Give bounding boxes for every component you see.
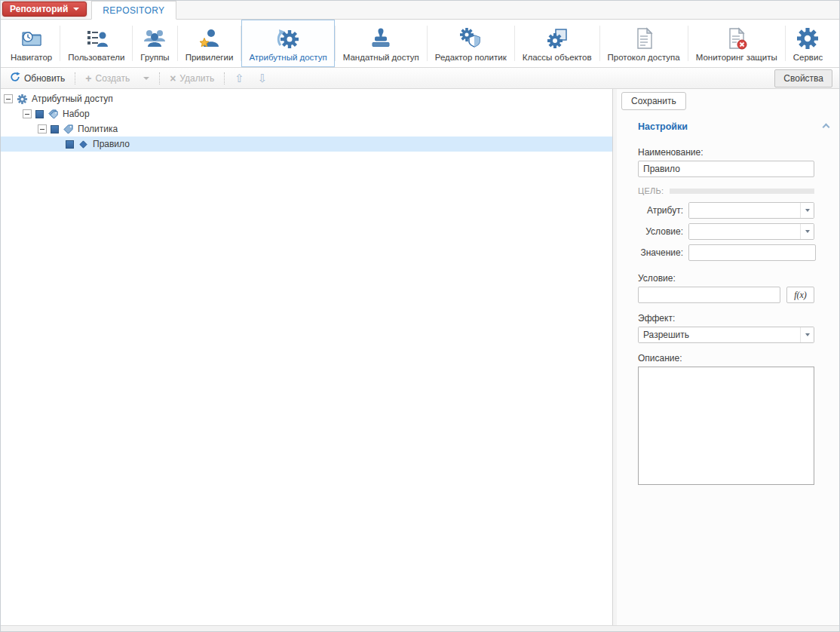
condition-expression-field[interactable]	[638, 287, 780, 303]
ribbon-item-label: Навигатор	[11, 53, 52, 62]
target-label: ЦЕЛЬ:	[638, 186, 664, 195]
users-icon	[84, 26, 109, 51]
object-classes-icon	[545, 26, 569, 51]
value-row: Значение:	[638, 244, 814, 261]
tree-node-policy[interactable]: Политика	[1, 121, 612, 137]
fx-button[interactable]: f(x)	[786, 287, 814, 303]
ribbon-item-attribute-access[interactable]: Атрибутный доступ	[241, 20, 334, 67]
ribbon-item-protection-monitoring[interactable]: Мониторинг защиты	[688, 20, 785, 67]
access-protocol-icon	[632, 26, 656, 51]
ribbon-item-label: Атрибутный доступ	[249, 53, 326, 62]
ribbon-item-users[interactable]: Пользователи	[60, 20, 132, 67]
move-down-button[interactable]: ⇩	[252, 69, 274, 87]
create-button[interactable]: + Создать	[79, 70, 136, 87]
condition-select-row: Условие:	[638, 223, 814, 240]
ribbon-item-navigator[interactable]: Навигатор	[3, 20, 60, 67]
name-field[interactable]	[638, 161, 814, 177]
condition-combo-input[interactable]	[689, 224, 800, 239]
tree-node-label: Атрибутный доступ	[32, 94, 113, 104]
collapse-chevron-icon[interactable]	[823, 123, 830, 130]
plus-icon: +	[85, 73, 91, 84]
attribute-row: Атрибут:	[638, 202, 814, 219]
arrow-down-icon: ⇩	[258, 72, 268, 84]
effect-label: Эффект:	[638, 313, 814, 324]
combo-trigger[interactable]	[800, 224, 814, 239]
ribbon-item-label: Сервис	[793, 53, 823, 62]
toolbar-separator	[75, 72, 75, 84]
move-up-button[interactable]: ⇧	[228, 69, 250, 87]
value-field[interactable]	[688, 244, 816, 261]
ribbon-item-object-classes[interactable]: Классы объектов	[515, 20, 599, 67]
chevron-down-icon	[73, 8, 79, 11]
repository-menu-label: Репозиторий	[10, 4, 68, 14]
repository-menu-button[interactable]: Репозиторий	[2, 2, 87, 17]
target-separator: ЦЕЛЬ:	[638, 186, 814, 195]
x-icon: ×	[170, 73, 176, 84]
ribbon-item-label: Протокол доступа	[608, 53, 680, 62]
privileges-icon	[198, 26, 222, 51]
ribbon-item-label: Пользователи	[68, 53, 124, 62]
arrow-up-icon: ⇧	[235, 72, 244, 84]
ribbon-item-mandatory-access[interactable]: Мандатный доступ	[336, 20, 427, 67]
tree-node-label: Политика	[78, 124, 118, 134]
collapse-expander-icon[interactable]	[38, 124, 47, 133]
chevron-down-icon	[805, 230, 810, 233]
toolbar: Обновить + Создать × Удалить ⇧ ⇩ Свойств…	[1, 68, 839, 89]
properties-toggle-button[interactable]: Свойства	[774, 69, 832, 87]
tree-node-set[interactable]: Набор	[1, 106, 612, 121]
refresh-icon	[10, 72, 20, 84]
tree-node-rule[interactable]: Правило	[1, 137, 612, 152]
description-label: Описание:	[638, 353, 814, 364]
ribbon-item-label: Мониторинг защиты	[696, 53, 777, 62]
mandatory-access-icon	[369, 26, 393, 51]
policy-editor-icon	[458, 26, 483, 51]
diamond-icon	[78, 139, 89, 150]
ribbon-item-privileges[interactable]: Привилегии	[178, 20, 241, 67]
tags-icon	[48, 109, 59, 120]
collapse-expander-icon[interactable]	[4, 94, 13, 103]
create-label: Создать	[96, 73, 130, 84]
effect-combo[interactable]	[638, 327, 814, 343]
node-checkbox[interactable]	[35, 110, 44, 118]
combo-trigger[interactable]	[800, 203, 814, 218]
tree-node-attribute-access[interactable]: Атрибутный доступ	[1, 91, 612, 106]
target-separator-bar	[670, 189, 814, 194]
effect-combo-input[interactable]	[639, 327, 800, 342]
gear-icon	[17, 94, 28, 105]
settings-section-header: Настройки	[638, 121, 832, 132]
delete-label: Удалить	[179, 73, 214, 84]
ribbon-item-access-protocol[interactable]: Протокол доступа	[600, 20, 688, 67]
tag-icon	[63, 124, 74, 135]
attribute-access-icon	[276, 26, 300, 51]
create-dropdown-button[interactable]	[137, 74, 155, 83]
condition-label: Условие:	[638, 273, 814, 284]
properties-panel: Сохранить Настройки Наименование: ЦЕЛЬ: …	[617, 89, 839, 625]
ribbon-item-groups[interactable]: Группы	[133, 20, 176, 67]
node-checkbox[interactable]	[51, 125, 59, 133]
attribute-combo[interactable]	[688, 202, 814, 219]
tree-node-label: Правило	[93, 139, 130, 149]
refresh-label: Обновить	[24, 73, 65, 84]
service-icon	[796, 26, 820, 51]
description-textarea[interactable]	[638, 367, 814, 485]
value-label: Значение:	[638, 247, 683, 258]
condition-combo[interactable]	[688, 223, 814, 240]
ribbon-item-service[interactable]: Сервис	[786, 20, 830, 67]
combo-trigger[interactable]	[800, 327, 814, 342]
attribute-combo-input[interactable]	[689, 203, 800, 218]
condition-select-label: Условие:	[638, 226, 683, 237]
collapse-expander-icon[interactable]	[23, 109, 32, 118]
name-label: Наименование:	[638, 147, 814, 158]
ribbon-item-policy-editor[interactable]: Редактор политик	[428, 20, 514, 67]
condition-expression-row: f(x)	[638, 287, 814, 303]
tab-repository[interactable]: REPOSITORY	[91, 1, 176, 20]
tree-panel: Атрибутный доступ Набор Политика	[1, 89, 613, 625]
delete-button[interactable]: × Удалить	[164, 70, 220, 87]
settings-form: Наименование: ЦЕЛЬ: Атрибут: Условие:	[638, 147, 814, 487]
save-button[interactable]: Сохранить	[621, 92, 686, 110]
chevron-down-icon	[805, 333, 810, 336]
groups-icon	[143, 26, 167, 51]
toolbar-separator	[159, 72, 160, 84]
refresh-button[interactable]: Обновить	[4, 69, 71, 87]
node-checkbox[interactable]	[66, 140, 74, 149]
